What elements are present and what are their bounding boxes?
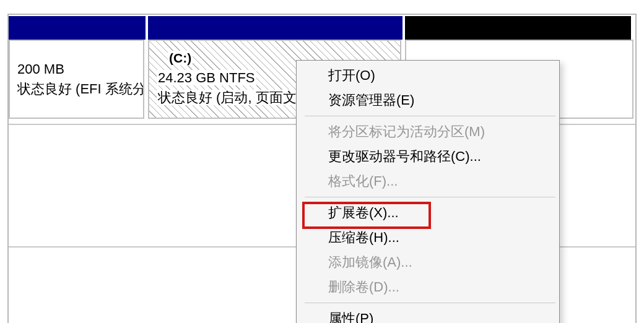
partition-label: (C:)	[168, 51, 193, 65]
menu-separator	[305, 303, 555, 303]
menu-separator	[305, 116, 555, 116]
menu-open[interactable]: 打开(O)	[298, 63, 557, 88]
menu-delete-volume: 删除卷(D)...	[298, 275, 557, 299]
menu-explorer[interactable]: 资源管理器(E)	[298, 88, 557, 113]
partition-status: 状态良好 (启动, 页面文件	[157, 90, 311, 105]
partition-size-fs: 24.23 GB NTFS	[157, 70, 256, 85]
menu-format: 格式化(F)...	[298, 169, 557, 194]
context-menu: 打开(O) 资源管理器(E) 将分区标记为活动分区(M) 更改驱动器号和路径(C…	[296, 60, 560, 323]
partition-size: 200 MB	[17, 59, 136, 79]
partition-header-efi	[9, 16, 148, 40]
partition-efi[interactable]: 200 MB 状态良好 (EFI 系统分	[9, 40, 144, 119]
menu-extend-volume[interactable]: 扩展卷(X)...	[298, 200, 557, 225]
menu-properties[interactable]: 属性(P)	[298, 306, 557, 323]
menu-separator	[305, 197, 555, 197]
disk-header-row	[9, 16, 635, 40]
menu-shrink-volume[interactable]: 压缩卷(H)...	[298, 225, 557, 250]
partition-status: 状态良好 (EFI 系统分	[17, 79, 136, 99]
partition-header-c	[148, 16, 405, 40]
menu-add-mirror: 添加镜像(A)...	[298, 250, 557, 275]
menu-mark-active: 将分区标记为活动分区(M)	[298, 119, 557, 144]
partition-header-unallocated	[405, 16, 633, 40]
menu-change-letter[interactable]: 更改驱动器号和路径(C)...	[298, 144, 557, 169]
